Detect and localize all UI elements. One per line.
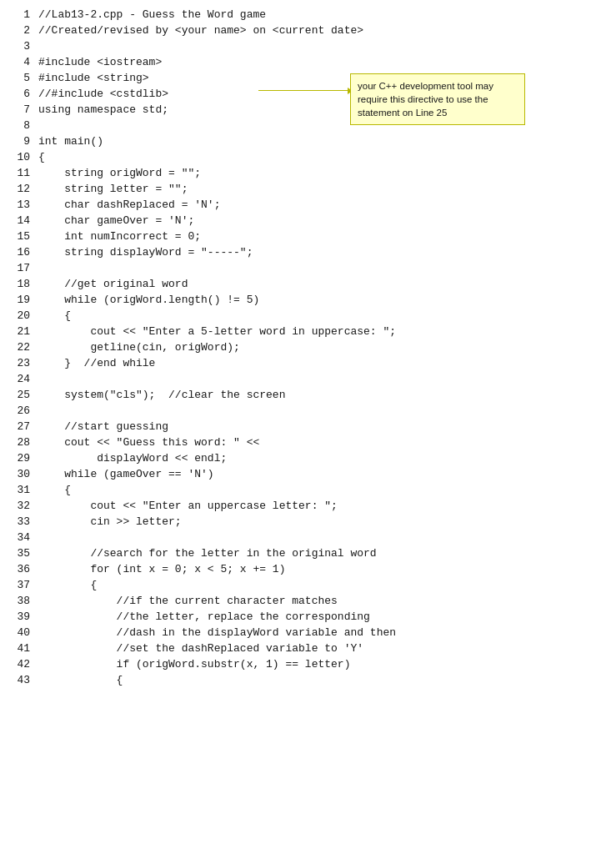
line-number: 31 bbox=[7, 484, 30, 496]
tooltip-box: your C++ development tool may require th… bbox=[350, 73, 525, 125]
line-number: 39 bbox=[7, 610, 30, 623]
line-number: 25 bbox=[7, 389, 30, 401]
tooltip-text: your C++ development tool may require th… bbox=[358, 81, 493, 118]
line-number: 11 bbox=[7, 167, 30, 179]
line-number: 35 bbox=[7, 547, 30, 560]
line-number: 32 bbox=[7, 500, 30, 512]
line-content: { bbox=[38, 309, 609, 322]
code-line: 23 } //end while bbox=[0, 357, 616, 373]
line-number: 3 bbox=[7, 40, 30, 53]
line-number: 5 bbox=[7, 72, 30, 84]
code-line: 34 bbox=[0, 531, 616, 547]
line-number: 34 bbox=[7, 531, 30, 544]
line-content: int numIncorrect = 0; bbox=[38, 230, 609, 243]
line-number: 23 bbox=[7, 357, 30, 369]
line-content: { bbox=[38, 674, 609, 686]
code-line: 12 string letter = ""; bbox=[0, 183, 616, 198]
line-content: //dash in the displayWord variable and t… bbox=[38, 626, 609, 639]
line-content: char dashReplaced = 'N'; bbox=[38, 198, 609, 211]
code-line: 35 //search for the letter in the origin… bbox=[0, 547, 616, 563]
code-line: 26 bbox=[0, 404, 616, 420]
line-content: //start guessing bbox=[38, 420, 609, 433]
line-number: 36 bbox=[7, 563, 30, 575]
code-line: 19 while (origWord.length() != 5) bbox=[0, 294, 616, 309]
line-number: 37 bbox=[7, 579, 30, 591]
line-content: string origWord = ""; bbox=[38, 167, 609, 179]
line-number: 33 bbox=[7, 515, 30, 528]
line-number: 40 bbox=[7, 626, 30, 639]
code-line: 25 system("cls"); //clear the screen bbox=[0, 389, 616, 404]
code-line: 13 char dashReplaced = 'N'; bbox=[0, 198, 616, 214]
line-number: 6 bbox=[7, 88, 30, 100]
code-line: 31 { bbox=[0, 484, 616, 500]
code-line: 27 //start guessing bbox=[0, 420, 616, 436]
code-line: 41 //set the dashReplaced variable to 'Y… bbox=[0, 642, 616, 658]
code-line: 15 int numIncorrect = 0; bbox=[0, 230, 616, 246]
line-number: 4 bbox=[7, 56, 30, 68]
line-content: cin >> letter; bbox=[38, 515, 609, 528]
line-number: 30 bbox=[7, 468, 30, 480]
line-number: 27 bbox=[7, 420, 30, 433]
line-content: while (origWord.length() != 5) bbox=[38, 294, 609, 306]
code-line: 18 //get original word bbox=[0, 278, 616, 294]
line-content: //get original word bbox=[38, 278, 609, 290]
line-number: 12 bbox=[7, 183, 30, 195]
code-line: 24 bbox=[0, 373, 616, 389]
code-line: 16 string displayWord = "-----"; bbox=[0, 246, 616, 262]
line-content: //Lab13-2.cpp - Guess the Word game bbox=[38, 8, 609, 21]
code-line: 21 cout << "Enter a 5-letter word in upp… bbox=[0, 325, 616, 341]
line-number: 7 bbox=[7, 103, 30, 116]
line-number: 1 bbox=[7, 8, 30, 21]
line-number: 13 bbox=[7, 198, 30, 211]
line-number: 38 bbox=[7, 595, 30, 607]
line-content: cout << "Enter an uppercase letter: "; bbox=[38, 500, 609, 512]
line-number: 43 bbox=[7, 674, 30, 686]
line-content: //search for the letter in the original … bbox=[38, 547, 609, 560]
code-line: 2//Created/revised by <your name> on <cu… bbox=[0, 24, 616, 40]
code-line: 39 //the letter, replace the correspondi… bbox=[0, 610, 616, 626]
line-content: { bbox=[38, 151, 609, 163]
line-content: { bbox=[38, 579, 609, 591]
code-line: 4#include <iostream> bbox=[0, 56, 616, 72]
code-line: 36 for (int x = 0; x < 5; x += 1) bbox=[0, 563, 616, 579]
line-content: cout << "Guess this word: " << bbox=[38, 436, 609, 449]
code-line: 1//Lab13-2.cpp - Guess the Word game bbox=[0, 8, 616, 24]
line-content: if (origWord.substr(x, 1) == letter) bbox=[38, 658, 609, 671]
line-number: 16 bbox=[7, 246, 30, 259]
line-number: 29 bbox=[7, 452, 30, 465]
line-content: //Created/revised by <your name> on <cur… bbox=[38, 24, 609, 37]
line-content: } //end while bbox=[38, 357, 609, 369]
line-number: 14 bbox=[7, 214, 30, 227]
line-number: 18 bbox=[7, 278, 30, 290]
code-line: 32 cout << "Enter an uppercase letter: "… bbox=[0, 500, 616, 515]
line-number: 42 bbox=[7, 658, 30, 671]
line-content: displayWord << endl; bbox=[38, 452, 609, 465]
line-content: { bbox=[38, 484, 609, 496]
code-line: 17 bbox=[0, 262, 616, 278]
code-line: 38 //if the current character matches bbox=[0, 595, 616, 610]
code-line: 30 while (gameOver == 'N') bbox=[0, 468, 616, 484]
code-line: 37 { bbox=[0, 579, 616, 595]
line-number: 9 bbox=[7, 135, 30, 148]
line-number: 24 bbox=[7, 373, 30, 385]
line-content: //the letter, replace the corresponding bbox=[38, 610, 609, 623]
line-number: 10 bbox=[7, 151, 30, 163]
code-line: 42 if (origWord.substr(x, 1) == letter) bbox=[0, 658, 616, 674]
line-content: string displayWord = "-----"; bbox=[38, 246, 609, 259]
line-number: 22 bbox=[7, 341, 30, 354]
line-content: char gameOver = 'N'; bbox=[38, 214, 609, 227]
code-line: 33 cin >> letter; bbox=[0, 515, 616, 531]
line-content: cout << "Enter a 5-letter word in upperc… bbox=[38, 325, 609, 338]
code-line: 43 { bbox=[0, 674, 616, 690]
line-content: system("cls"); //clear the screen bbox=[38, 389, 609, 401]
code-line: 20 { bbox=[0, 309, 616, 325]
line-content: getline(cin, origWord); bbox=[38, 341, 609, 354]
line-number: 26 bbox=[7, 404, 30, 417]
tooltip-connector-line bbox=[258, 90, 352, 91]
line-content: //set the dashReplaced variable to 'Y' bbox=[38, 642, 609, 655]
code-container: your C++ development tool may require th… bbox=[0, 0, 616, 698]
line-number: 28 bbox=[7, 436, 30, 449]
code-line: 29 displayWord << endl; bbox=[0, 452, 616, 468]
code-line: 14 char gameOver = 'N'; bbox=[0, 214, 616, 230]
code-line: 9int main() bbox=[0, 135, 616, 151]
